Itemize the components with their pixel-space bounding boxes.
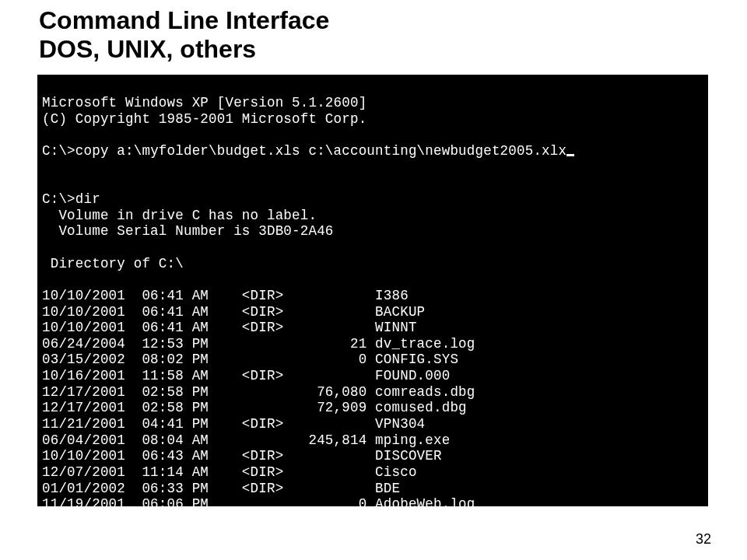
os-version-line: Microsoft Windows XP [Version 5.1.2600]: [42, 95, 366, 110]
dir-command: dir: [75, 191, 100, 207]
cursor-icon: [566, 154, 574, 156]
copy-command: copy a:\myfolder\budget.xls c:\accountin…: [75, 143, 566, 159]
slide-title-line2: DOS, UNIX, others: [39, 35, 708, 64]
prompt: C:\>: [42, 191, 75, 207]
dos-terminal[interactable]: Microsoft Windows XP [Version 5.1.2600] …: [37, 75, 708, 506]
volume-serial-line: Volume Serial Number is 3DB0-2A46: [42, 223, 334, 239]
prompt: C:\>: [42, 143, 75, 159]
slide-title-line1: Command Line Interface: [39, 6, 708, 35]
volume-label-line: Volume in drive C has no label.: [42, 208, 317, 223]
page-number: 32: [696, 531, 711, 548]
copyright-line: (C) Copyright 1985-2001 Microsoft Corp.: [42, 111, 366, 127]
directory-listing: 10/10/2001 06:41 AM <DIR> I386 10/10/200…: [42, 288, 703, 506]
slide-title: Command Line Interface DOS, UNIX, others: [0, 0, 747, 75]
directory-of-line: Directory of C:\: [42, 256, 184, 271]
